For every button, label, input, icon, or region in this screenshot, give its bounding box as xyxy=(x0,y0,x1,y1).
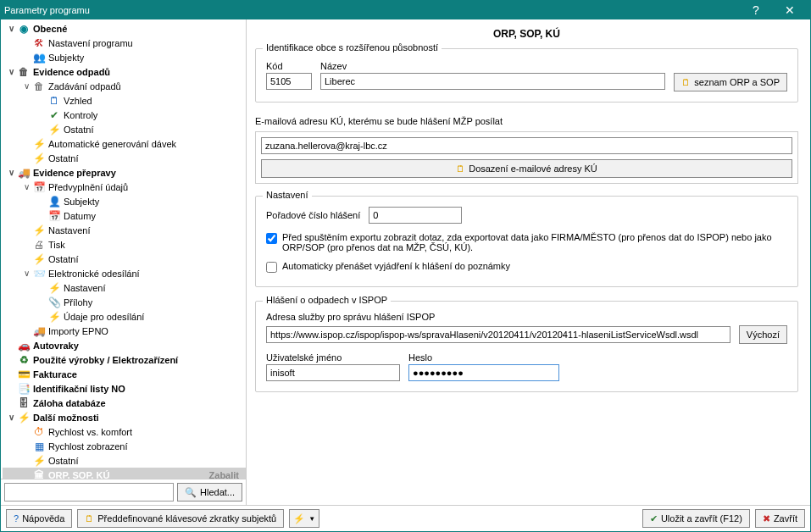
tree-item-datumy[interactable]: 📅 Datumy xyxy=(3,208,246,223)
checkbox-auto-prenaset[interactable]: Automaticky přenášet vyjádření k hlášení… xyxy=(266,261,787,273)
bolt-icon: ⚡ xyxy=(17,411,31,424)
tree-item-subjekty[interactable]: 👥 Subjekty xyxy=(3,50,246,64)
close-icon: ✖ xyxy=(763,513,770,524)
sidebar: ∨ ◉ Obecné 🛠 Nastavení programu 👥 Subjek… xyxy=(1,19,247,505)
tree-item-auto-gen-davek[interactable]: ⚡ Automatické generování dávek xyxy=(3,136,246,151)
titlebar[interactable]: Parametry programu ? ✕ xyxy=(1,1,810,19)
kod-input[interactable] xyxy=(266,73,312,90)
tree-item-ostatni-1[interactable]: ⚡ Ostatní xyxy=(3,122,246,136)
tree-item-nastaveni-programu[interactable]: 🛠 Nastavení programu xyxy=(3,36,246,50)
tree-item-evidence-prepravy[interactable]: ∨ 🚚 Evidence přepravy xyxy=(3,165,246,180)
adresa-label: Adresa služby pro správu hlášení ISPOP xyxy=(266,312,787,322)
zavrit-button[interactable]: ✖ Zavřít xyxy=(755,509,805,528)
tree-label: Nastavení programu xyxy=(48,38,133,48)
checkbox-input[interactable] xyxy=(266,262,277,273)
seznam-orp-sop-button[interactable]: 🗒 seznam ORP a SOP xyxy=(674,73,787,91)
tree-item-evidence-odpadu[interactable]: ∨ 🗑 Evidence odpadů xyxy=(3,64,246,79)
tree-label: Rychlost vs. komfort xyxy=(48,427,132,437)
napoveda-button[interactable]: ? Nápověda xyxy=(6,509,72,528)
preddef-zkratky-button[interactable]: 🗒 Předdefinované klávesové zkratky subje… xyxy=(77,509,284,528)
calendar-icon: 📅 xyxy=(32,180,46,194)
tree-label: Údaje pro odesílání xyxy=(64,312,144,322)
tree-item-ostatni-3[interactable]: ⚡ Ostatní xyxy=(3,252,246,266)
tree-item-udaje-pro-odesilani[interactable]: ⚡ Údaje pro odesílání xyxy=(3,309,246,324)
tree-item-obecne[interactable]: ∨ ◉ Obecné xyxy=(3,21,246,36)
tree-item-nastaveni-1[interactable]: ⚡ Nastavení xyxy=(3,223,246,237)
tree-item-dalsi-moznosti[interactable]: ∨ ⚡ Další možnosti xyxy=(3,410,246,424)
search-input[interactable] xyxy=(4,483,174,502)
trash-icon: 🗑 xyxy=(32,80,46,93)
person-icon: 👤 xyxy=(47,195,61,208)
collapse-icon[interactable]: ∨ xyxy=(6,24,16,33)
tree-label: Autovraky xyxy=(33,341,79,351)
tree-item-vzhled[interactable]: 🗒 Vzhled xyxy=(3,93,246,108)
tree-item-fakturace[interactable]: 💳 Fakturace xyxy=(3,367,246,381)
tree-item-subjekty-2[interactable]: 👤 Subjekty xyxy=(3,194,246,208)
checkbox-input[interactable] xyxy=(266,233,277,244)
tree-label: Další možnosti xyxy=(33,413,99,423)
button-label: Nápověda xyxy=(22,513,64,524)
tree-label: Použité výrobky / Elektrozařízení xyxy=(33,355,178,365)
collapse-icon[interactable]: ∨ xyxy=(6,67,16,76)
calendar-icon: 📅 xyxy=(47,209,61,223)
bolt-menu-button[interactable]: ⚡ ▼ xyxy=(289,509,319,528)
bolt-icon: ⚡ xyxy=(32,252,46,266)
dosazeni-email-button[interactable]: 🗒 Dosazení e-mailové adresy KÚ xyxy=(261,159,792,178)
note-icon: 🗒 xyxy=(456,163,465,174)
tree-item-autovraky[interactable]: 🚗 Autovraky xyxy=(3,338,246,352)
tree-item-ostatni-4[interactable]: ⚡ Ostatní xyxy=(3,453,246,468)
help-button[interactable]: ? xyxy=(739,1,773,19)
group-legend: Identifikace obce s rozšířenou působnost… xyxy=(263,42,442,53)
collapse-icon[interactable]: ∨ xyxy=(21,182,31,191)
tree-label: Evidence přepravy xyxy=(33,168,116,178)
tree-item-importy-epno[interactable]: 🚚 Importy EPNO xyxy=(3,324,246,338)
tree-item-nastaveni-2[interactable]: ⚡ Nastavení xyxy=(3,280,246,295)
collapse-icon[interactable]: ∨ xyxy=(21,81,31,91)
pass-input[interactable] xyxy=(408,364,559,381)
tree-label: Zadávání odpadů xyxy=(48,81,121,91)
tree-item-orp-sop-ku[interactable]: 🏛 ORP, SOP, KÚ Zabalit xyxy=(3,468,246,479)
checkbox-label: Automaticky přenášet vyjádření k hlášení… xyxy=(282,261,510,271)
poradove-label: Pořadové číslo hlášení xyxy=(266,210,360,220)
collapse-icon[interactable]: ∨ xyxy=(6,413,16,422)
collapse-all-link[interactable]: Zabalit xyxy=(209,470,242,479)
tree-item-zadavani-odpadu[interactable]: ∨ 🗑 Zadávání odpadů xyxy=(3,79,246,93)
nazev-label: Název xyxy=(320,61,665,71)
tree-item-tisk[interactable]: 🖨 Tisk xyxy=(3,237,246,252)
recycle-icon: ♻ xyxy=(17,353,31,367)
tree-item-kontroly[interactable]: ✔ Kontroly xyxy=(3,108,246,122)
tree-label: Subjekty xyxy=(64,197,99,207)
tree-item-zaloha-databaze[interactable]: 🗄 Záloha databáze xyxy=(3,396,246,410)
tree-label: Elektronické odesílání xyxy=(48,269,140,279)
tree-label: Ostatní xyxy=(48,456,78,466)
button-label: Předdefinované klávesové zkratky subjekt… xyxy=(97,513,276,524)
collapse-icon[interactable]: ∨ xyxy=(21,269,31,278)
search-button[interactable]: 🔍 Hledat... xyxy=(177,483,242,502)
tree-item-rychlost-vs-komfort[interactable]: ⏱ Rychlost vs. komfort xyxy=(3,424,246,439)
vychozi-button[interactable]: Výchozí xyxy=(739,325,787,344)
group-ispop: Hlášení o odpadech v ISPOP Adresa služby… xyxy=(255,301,798,392)
form-icon: 🗒 xyxy=(47,94,61,108)
collapse-icon[interactable]: ∨ xyxy=(6,168,16,177)
tree-item-predvyplneni-udaju[interactable]: ∨ 📅 Předvyplnění údajů xyxy=(3,180,246,194)
kod-label: Kód xyxy=(266,61,312,71)
tree-item-prilohy[interactable]: 📎 Přílohy xyxy=(3,295,246,309)
tree-label: Ostatní xyxy=(48,153,78,163)
tree-item-ostatni-2[interactable]: ⚡ Ostatní xyxy=(3,151,246,165)
checkbox-export-dotaz[interactable]: Před spuštěním exportu zobrazit dotaz, z… xyxy=(266,232,787,252)
email-input[interactable] xyxy=(261,137,792,154)
close-window-button[interactable]: ✕ xyxy=(773,1,807,19)
tree-view[interactable]: ∨ ◉ Obecné 🛠 Nastavení programu 👥 Subjek… xyxy=(1,19,246,479)
tree-item-pouzite-vyrobky[interactable]: ♻ Použité výrobky / Elektrozařízení xyxy=(3,352,246,367)
poradove-input[interactable] xyxy=(369,207,462,224)
note-icon: 🗒 xyxy=(85,513,94,524)
user-input[interactable] xyxy=(266,364,400,381)
adresa-input[interactable] xyxy=(266,326,730,343)
button-label: Dosazení e-mailové adresy KÚ xyxy=(469,163,597,174)
tree-item-rychlost-zobrazeni[interactable]: ▦ Rychlost zobrazení xyxy=(3,439,246,453)
nazev-input[interactable] xyxy=(320,73,665,90)
ulozit-zavrit-button[interactable]: ✔ Uložit a zavřít (F12) xyxy=(642,509,750,528)
tree-item-identifikacni-listy-no[interactable]: 📑 Identifikační listy NO xyxy=(3,381,246,396)
tree-item-elektronicke-odesilani[interactable]: ∨ 📨 Elektronické odesílání xyxy=(3,266,246,280)
window-title: Parametry programu xyxy=(4,5,739,15)
